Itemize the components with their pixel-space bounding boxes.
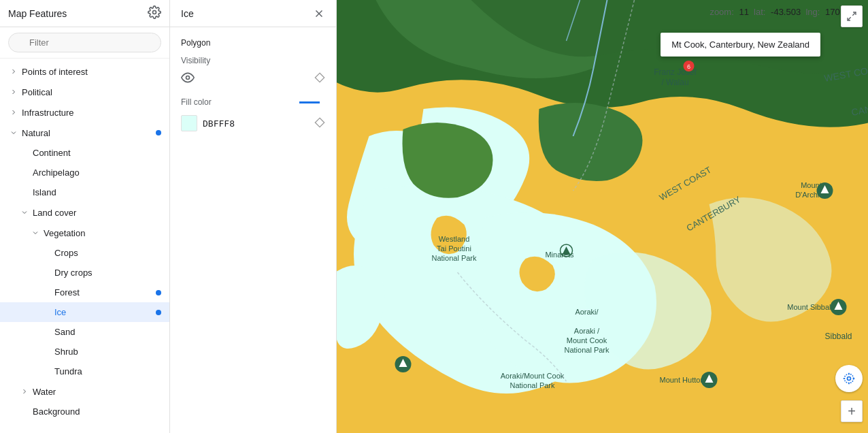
chevron-icon: [19, 207, 30, 218]
sidebar-item-label: Vegetation: [44, 228, 161, 238]
fill-color-label: Fill color: [181, 97, 299, 107]
svg-text:Mount Hutton: Mount Hutton: [659, 376, 704, 384]
sidebar-item-label: Continent: [33, 148, 161, 158]
sidebar-item-island[interactable]: Island: [0, 182, 169, 202]
location-tooltip: Mt Cook, Canterbury, New Zealand: [661, 33, 820, 57]
svg-text:Aoraki /: Aoraki /: [574, 327, 600, 335]
sidebar-item-points-of-interest[interactable]: Points of interest: [0, 61, 169, 82]
svg-point-0: [153, 11, 156, 14]
svg-text:Westland: Westland: [439, 235, 470, 243]
sidebar-item-shrub[interactable]: Shrub: [0, 342, 169, 362]
color-swatch[interactable]: [181, 115, 197, 131]
svg-text:Aoraki/Mount Cook: Aoraki/Mount Cook: [501, 372, 565, 380]
svg-point-45: [848, 377, 851, 381]
svg-text:National Park: National Park: [431, 254, 477, 262]
svg-line-44: [848, 17, 851, 20]
visibility-diamond-icon[interactable]: [314, 72, 325, 85]
sidebar-item-political[interactable]: Political: [0, 82, 169, 102]
sidebar-item-background[interactable]: Background: [0, 402, 169, 421]
middle-panel-title: Ice: [181, 8, 194, 19]
active-dot: [156, 130, 161, 135]
filter-input[interactable]: [8, 33, 161, 52]
svg-text:Mount Sibbald: Mount Sibbald: [787, 303, 835, 311]
svg-text:National Park: National Park: [564, 346, 610, 354]
sidebar-item-infrastructure[interactable]: Infrastructure: [0, 102, 169, 123]
sidebar-item-label: Political: [22, 87, 161, 97]
fill-color-row: Fill color: [181, 97, 325, 107]
middle-header: Ice: [170, 0, 336, 27]
color-swatch-row: DBFFF8: [181, 115, 325, 131]
sidebar-item-label: Archipelago: [33, 167, 161, 178]
left-panel: Map Features Points of interestPolitical…: [0, 0, 170, 433]
gear-icon[interactable]: [148, 5, 161, 21]
sidebar-item-label: Forest: [54, 287, 156, 298]
locate-button[interactable]: [835, 365, 863, 392]
fill-color-line: [299, 101, 320, 103]
fullscreen-button[interactable]: [841, 5, 863, 27]
map-features-title: Map Features: [8, 8, 67, 19]
sidebar-item-label: Ice: [54, 307, 156, 317]
svg-text:/ Walau: / Walau: [661, 78, 688, 87]
sidebar-item-label: Island: [33, 187, 161, 197]
sidebar-item-continent[interactable]: Continent: [0, 143, 169, 163]
left-panel-header: Map Features: [0, 0, 169, 27]
sidebar-item-label: Tundra: [54, 366, 161, 376]
svg-text:Mount Cook: Mount Cook: [567, 336, 607, 344]
chevron-icon: [8, 86, 19, 97]
sidebar-item-archipelago[interactable]: Archipelago: [0, 163, 169, 182]
svg-text:Aoraki/: Aoraki/: [575, 308, 599, 316]
sidebar-item-label: Shrub: [54, 347, 161, 357]
svg-text:Sibbald: Sibbald: [825, 332, 852, 341]
sidebar-item-dry-crops[interactable]: Dry crops: [0, 263, 169, 283]
close-button[interactable]: [313, 7, 325, 20]
sidebar-item-label: Crops: [54, 248, 161, 258]
sidebar-item-label: Dry crops: [54, 268, 161, 278]
sidebar-item-label: Water: [33, 387, 161, 397]
middle-content: Polygon Visibility Fill color DBFFF8: [170, 27, 336, 433]
svg-line-43: [852, 12, 856, 16]
chevron-icon: [8, 107, 19, 118]
active-dot: [156, 310, 161, 315]
eye-icon[interactable]: [181, 71, 195, 86]
sidebar-item-label: Points of interest: [22, 67, 161, 77]
svg-text:Tai Poutini: Tai Poutini: [437, 244, 471, 253]
sidebar-item-water[interactable]: Water: [0, 381, 169, 402]
sidebar-item-natural[interactable]: Natural: [0, 123, 169, 143]
nav-list: Points of interestPoliticalInfrastructur…: [0, 59, 169, 433]
svg-text:National Park: National Park: [510, 381, 555, 389]
sidebar-item-crops[interactable]: Crops: [0, 243, 169, 263]
sidebar-item-label: Sand: [54, 327, 161, 337]
sidebar-item-tundra[interactable]: Tundra: [0, 362, 169, 381]
polygon-label: Polygon: [181, 38, 325, 48]
active-dot: [156, 290, 161, 295]
svg-marker-7: [315, 73, 324, 82]
zoom-in-button[interactable]: +: [841, 400, 863, 422]
sidebar-item-ice[interactable]: Ice: [0, 302, 169, 322]
color-hex-value: DBFFF8: [203, 118, 235, 129]
sidebar-item-land-cover[interactable]: Land cover: [0, 202, 169, 223]
sidebar-item-label: Background: [33, 406, 161, 417]
sidebar-item-label: Land cover: [33, 208, 161, 218]
filter-bar: [0, 27, 169, 59]
svg-point-6: [186, 76, 190, 80]
svg-point-46: [844, 374, 853, 383]
sidebar-item-sand[interactable]: Sand: [0, 322, 169, 342]
chevron-icon: [19, 386, 30, 397]
plus-icon: +: [848, 404, 856, 419]
visibility-label: Visibility: [181, 56, 325, 65]
sidebar-item-forest[interactable]: Forest: [0, 283, 169, 302]
sidebar-item-label: Natural: [22, 128, 156, 138]
sidebar-item-label: Infrastructure: [22, 108, 161, 118]
chevron-icon: [8, 127, 19, 138]
tooltip-text: Mt Cook, Canterbury, New Zealand: [671, 39, 809, 50]
visibility-row: [181, 71, 325, 86]
chevron-icon: [30, 227, 41, 238]
fill-diamond-icon[interactable]: [314, 117, 325, 130]
svg-text:6: 6: [687, 63, 690, 70]
chevron-icon: [8, 66, 19, 77]
map-panel[interactable]: WEST COAST CANTERBURY WEST COAST CANTERB…: [337, 0, 868, 433]
svg-marker-8: [315, 118, 324, 127]
sidebar-item-vegetation[interactable]: Vegetation: [0, 223, 169, 243]
middle-panel: Ice Polygon Visibility F: [170, 0, 337, 433]
